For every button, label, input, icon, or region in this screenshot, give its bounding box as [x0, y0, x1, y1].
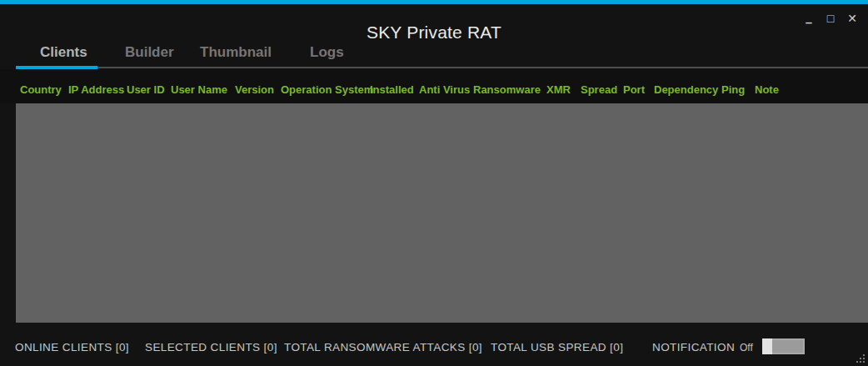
column-header-port[interactable]: Port — [623, 83, 645, 96]
column-header-note[interactable]: Note — [755, 83, 779, 96]
column-header-ransomware[interactable]: Ransomware — [473, 83, 541, 96]
tab-clients[interactable]: Clients — [40, 44, 87, 61]
status-total-ransomware-attacks: TOTAL RANSOMWARE ATTACKS [0] — [284, 341, 482, 353]
status-total-usb-spread: TOTAL USB SPREAD [0] — [491, 341, 623, 353]
minimize-button[interactable]: – — [798, 9, 820, 28]
tab-strip-divider — [97, 67, 868, 68]
column-header-operation-system[interactable]: Operation System — [281, 83, 373, 96]
column-header-country[interactable]: Country — [20, 83, 62, 96]
column-header-installed[interactable]: Installed — [370, 83, 414, 96]
notification-state-label: Off — [740, 342, 753, 353]
window-title: SKY Private RAT — [0, 23, 868, 43]
title-bar[interactable]: SKY Private RAT – □ ✕ — [0, 4, 868, 44]
notification-toggle[interactable] — [762, 338, 805, 354]
tab-builder[interactable]: Builder — [125, 44, 174, 61]
resize-grip-icon[interactable] — [855, 353, 865, 363]
window-controls: – □ ✕ — [798, 9, 863, 28]
app-window: SKY Private RAT – □ ✕ ClientsBuilderThum… — [0, 0, 868, 366]
column-header-spread[interactable]: Spread — [581, 83, 617, 96]
tab-strip: ClientsBuilderThumbnailLogs — [0, 44, 868, 66]
tab-thumbnail[interactable]: Thumbnail — [200, 44, 272, 61]
status-selected-clients: SELECTED CLIENTS [0] — [145, 341, 277, 353]
column-header-dependency[interactable]: Dependency — [654, 83, 718, 96]
column-header-ip-address[interactable]: IP Address — [68, 83, 124, 96]
table-header-row: CountryIP AddressUser IDUser NameVersion… — [0, 69, 868, 103]
status-bar: Off ONLINE CLIENTS [0]SELECTED CLIENTS [… — [0, 323, 868, 366]
column-header-user-name[interactable]: User Name — [171, 83, 227, 96]
status-notification: NOTIFICATION — [652, 341, 735, 353]
column-header-ping[interactable]: Ping — [721, 83, 745, 96]
client-list-area — [16, 103, 868, 323]
column-header-version[interactable]: Version — [235, 83, 274, 96]
close-button[interactable]: ✕ — [841, 9, 863, 28]
tab-logs[interactable]: Logs — [310, 44, 344, 61]
column-header-anti-virus[interactable]: Anti Virus — [419, 83, 470, 96]
notification-toggle-knob — [762, 338, 772, 354]
column-header-xmr[interactable]: XMR — [546, 83, 571, 96]
column-header-user-id[interactable]: User ID — [127, 83, 165, 96]
maximize-button[interactable]: □ — [820, 9, 841, 28]
status-online-clients: ONLINE CLIENTS [0] — [15, 341, 129, 353]
